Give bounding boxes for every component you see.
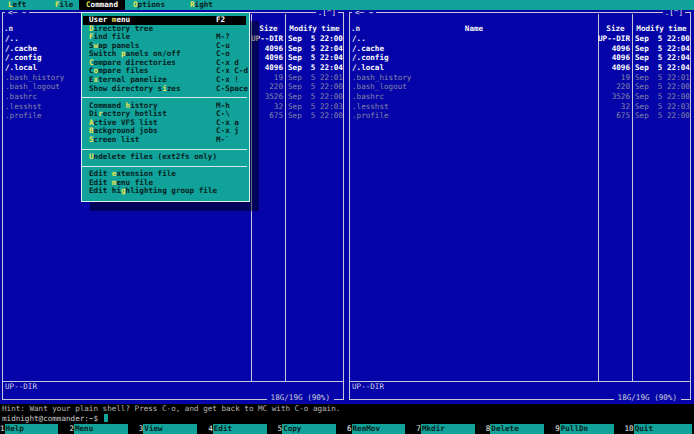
column-header-name[interactable]: Name — [350, 24, 598, 34]
fn-key-pulldn[interactable]: 9PullDn — [555, 424, 624, 434]
fn-key-label: Quit — [634, 424, 692, 434]
menu-bar: LeftFileCommandOptionsRight — [0, 0, 694, 10]
fn-key-edit[interactable]: 4Edit — [208, 424, 277, 434]
text-cursor — [104, 414, 109, 422]
file-mtime: Sep 5 22:04 — [635, 53, 690, 63]
menubar-item-command[interactable]: Command — [79, 0, 125, 10]
file-name: .lesshst — [5, 102, 42, 112]
fn-key-delete[interactable]: 8Delete — [486, 424, 555, 434]
menu-item[interactable]: Screen listM-` — [83, 136, 246, 145]
panel-header: .n Name Size Modify time — [347, 24, 694, 34]
file-size: 4096 — [557, 63, 630, 73]
column-header-size[interactable]: Size — [599, 24, 632, 34]
prompt-text: midnight@commander:~$ — [2, 414, 98, 423]
file-row[interactable]: .bash_history19Sep 5 22:01 — [347, 73, 694, 83]
menu-item[interactable]: Show directory sizesC-Space — [83, 85, 246, 94]
menu-item-label: Show directory sizes — [89, 85, 180, 94]
file-name: .bashrc — [5, 92, 37, 102]
file-name: /.config — [352, 53, 389, 63]
file-name: /.local — [5, 63, 37, 73]
file-mtime: Sep 5 22:04 — [288, 53, 343, 63]
file-row[interactable]: /.config4096Sep 5 22:04 — [347, 53, 694, 63]
menu-item-shortcut: M-` — [216, 136, 230, 145]
fn-key-mkdir[interactable]: 7Mkdir — [416, 424, 485, 434]
file-size: 4096 — [557, 53, 630, 63]
file-size: 3526 — [557, 92, 630, 102]
fn-key-label: Menu — [74, 424, 128, 434]
menu-item-shortcut: C-Space — [216, 85, 248, 94]
fn-key-view[interactable]: 3View — [139, 424, 208, 434]
file-mtime: Sep 5 22:03 — [288, 102, 343, 112]
fn-key-quit[interactable]: 10Quit — [625, 424, 694, 434]
menubar-item-right[interactable]: Right — [183, 0, 220, 10]
fn-key-renmov[interactable]: 6RenMov — [347, 424, 416, 434]
menu-item[interactable]: Undelete files (ext2fs only) — [83, 153, 246, 162]
file-mtime: Sep 5 22:00 — [635, 82, 690, 92]
fn-key-label: Edit — [213, 424, 267, 434]
fn-key-help[interactable]: 1Help — [0, 424, 69, 434]
file-mtime: Sep 5 22:03 — [635, 102, 690, 112]
mc-screen: LeftFileCommandOptionsRight <─ ~ .[^] .n… — [0, 0, 694, 434]
menubar-item-file[interactable]: File — [48, 0, 80, 10]
file-name: .bash_logout — [352, 82, 407, 92]
file-size: 220 — [557, 82, 630, 92]
file-row[interactable]: .bashrc3526Sep 5 22:00 — [347, 92, 694, 102]
column-header-mtime[interactable]: Modify time — [633, 24, 690, 34]
fn-key-label: Mkdir — [421, 424, 475, 434]
file-mtime: Sep 5 22:00 — [288, 34, 343, 44]
fn-key-menu[interactable]: 2Menu — [69, 424, 138, 434]
menubar-item-options[interactable]: Options — [126, 0, 172, 10]
menu-item-shortcut: F2 — [216, 16, 225, 25]
file-name: .bash_history — [352, 73, 411, 83]
file-row[interactable]: /..UP--DIRSep 5 22:00 — [347, 34, 694, 44]
file-mtime: Sep 5 22:00 — [635, 92, 690, 102]
file-row[interactable]: .profile675Sep 5 22:00 — [347, 111, 694, 121]
menu-item[interactable]: Edit highlighting group file — [83, 187, 246, 196]
menubar-item-left[interactable]: Left — [1, 0, 33, 10]
file-name: .bash_history — [5, 73, 64, 83]
disk-usage: 18G/19G (90%) — [614, 393, 681, 403]
file-row[interactable]: .bash_logout220Sep 5 22:00 — [347, 82, 694, 92]
hint-line: Hint: Want your plain shell? Press C-o, … — [2, 404, 692, 414]
file-row[interactable]: /.cache4096Sep 5 22:04 — [347, 44, 694, 54]
fn-key-label: PullDn — [560, 424, 614, 434]
mini-status-separator — [3, 381, 343, 382]
file-name: .bash_logout — [5, 82, 60, 92]
fn-key-label: RenMov — [352, 424, 406, 434]
file-name: .profile — [352, 111, 389, 121]
mini-status-separator — [350, 381, 690, 382]
fn-key-label: Delete — [490, 424, 544, 434]
file-name: /.local — [352, 63, 384, 73]
column-header-mtime[interactable]: Modify time — [286, 24, 343, 34]
file-size: 4096 — [557, 44, 630, 54]
file-mtime: Sep 5 22:04 — [635, 44, 690, 54]
file-mtime: Sep 5 22:01 — [635, 73, 690, 83]
file-row[interactable]: /.local4096Sep 5 22:04 — [347, 63, 694, 73]
file-row[interactable]: .lesshst32Sep 5 22:03 — [347, 102, 694, 112]
file-name: /.. — [352, 34, 366, 44]
menu-item-label: Edit highlighting group file — [89, 187, 217, 196]
fn-key-label: View — [143, 424, 197, 434]
file-mtime: Sep 5 22:04 — [635, 63, 690, 73]
file-mtime: Sep 5 22:04 — [288, 44, 343, 54]
file-name: /.cache — [5, 44, 37, 54]
file-mtime: Sep 5 22:00 — [288, 82, 343, 92]
fn-key-copy[interactable]: 5Copy — [278, 424, 347, 434]
file-size: 32 — [557, 102, 630, 112]
menu-separator — [82, 97, 247, 98]
menu-item-label: Screen list — [89, 136, 139, 145]
menu-item-label: Undelete files (ext2fs only) — [89, 153, 217, 162]
file-name: /.cache — [352, 44, 384, 54]
file-mtime: Sep 5 22:00 — [635, 111, 690, 121]
file-name: /.config — [5, 53, 42, 63]
file-mtime: Sep 5 22:00 — [288, 92, 343, 102]
file-mtime: Sep 5 22:04 — [288, 63, 343, 73]
panel-right: <─ ~ .[^] .n Name Size Modify time /..UP… — [347, 10, 694, 404]
mini-status: UP--DIR — [5, 382, 37, 392]
shell-prompt[interactable]: midnight@commander:~$ — [2, 414, 108, 424]
function-key-bar: 1Help2Menu3View4Edit5Copy6RenMov7Mkdir8D… — [0, 424, 694, 434]
column-header-size[interactable]: Size — [252, 24, 285, 34]
file-mtime: Sep 5 22:00 — [288, 111, 343, 121]
fn-key-label: Help — [5, 424, 59, 434]
mini-status: UP--DIR — [352, 382, 384, 392]
